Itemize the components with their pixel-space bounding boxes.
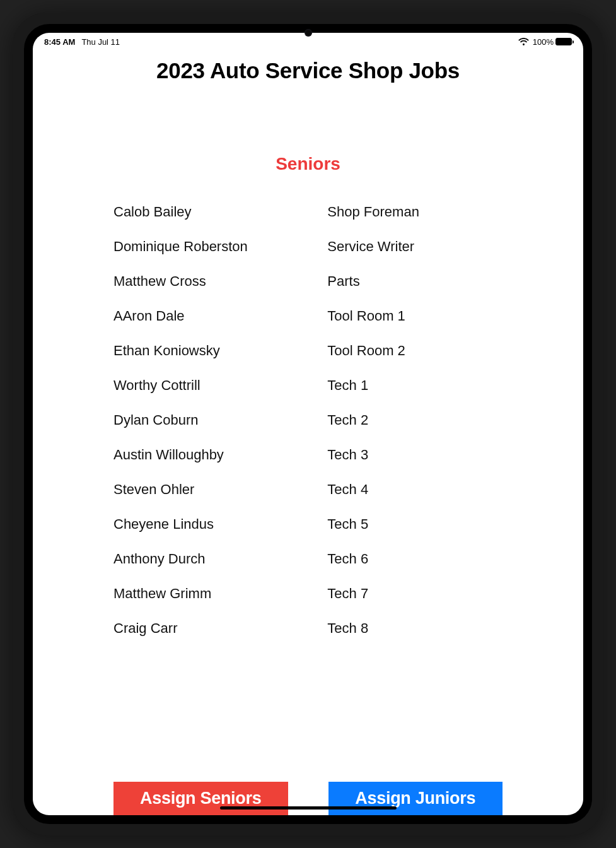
assign-seniors-button[interactable]: Assign Seniors xyxy=(113,782,288,815)
assignment-row: Worthy CottrillTech 1 xyxy=(113,368,503,403)
student-name: Ethan Koniowsky xyxy=(113,343,327,359)
student-name: Dominique Roberston xyxy=(113,238,327,255)
student-name: Steven Ohler xyxy=(113,481,327,498)
assignment-row: Craig CarrTech 8 xyxy=(113,611,503,645)
battery-icon xyxy=(555,38,572,45)
job-title: Tech 8 xyxy=(327,620,503,637)
job-title: Tech 6 xyxy=(327,551,503,567)
student-name: Matthew Cross xyxy=(113,273,327,290)
screen: 8:45 AM Thu Jul 11 100% 2023 Auto Servic… xyxy=(33,33,583,815)
assign-juniors-button[interactable]: Assign Juniors xyxy=(328,782,503,815)
section-title-seniors: Seniors xyxy=(58,154,558,174)
status-date: Thu Jul 11 xyxy=(81,37,120,47)
student-name: Cheyene Lindus xyxy=(113,516,327,533)
job-title: Tool Room 1 xyxy=(327,308,503,324)
job-title: Shop Foreman xyxy=(327,204,503,220)
student-name: Calob Bailey xyxy=(113,204,327,220)
ipad-frame: 8:45 AM Thu Jul 11 100% 2023 Auto Servic… xyxy=(13,13,603,835)
assignment-row: AAron DaleTool Room 1 xyxy=(113,298,503,333)
assignment-row: Calob BaileyShop Foreman xyxy=(113,194,503,229)
job-title: Parts xyxy=(327,273,503,290)
status-time: 8:45 AM xyxy=(44,37,75,47)
student-name: Worthy Cottrill xyxy=(113,377,327,394)
job-title: Tool Room 2 xyxy=(327,343,503,359)
battery-percent: 100% xyxy=(533,37,554,47)
assignment-row: Cheyene LindusTech 5 xyxy=(113,507,503,541)
assignment-row: Steven OhlerTech 4 xyxy=(113,472,503,507)
student-name: Anthony Durch xyxy=(113,551,327,567)
job-title: Tech 3 xyxy=(327,447,503,463)
assignment-row: Anthony DurchTech 6 xyxy=(113,541,503,576)
front-camera xyxy=(305,29,312,37)
job-title: Tech 7 xyxy=(327,586,503,602)
student-name: Craig Carr xyxy=(113,620,327,637)
job-title: Service Writer xyxy=(327,238,503,255)
student-name: Matthew Grimm xyxy=(113,586,327,602)
student-name: Dylan Coburn xyxy=(113,412,327,428)
home-indicator[interactable] xyxy=(220,806,397,810)
student-name: Austin Willoughby xyxy=(113,447,327,463)
assignment-row: Matthew CrossParts xyxy=(113,264,503,298)
job-title: Tech 1 xyxy=(327,377,503,394)
assignment-row: Dylan CoburnTech 2 xyxy=(113,403,503,437)
wifi-icon xyxy=(518,38,529,46)
job-title: Tech 2 xyxy=(327,412,503,428)
job-title: Tech 4 xyxy=(327,481,503,498)
assignment-row: Dominique RoberstonService Writer xyxy=(113,229,503,264)
assignment-row: Ethan KoniowskyTool Room 2 xyxy=(113,333,503,368)
ipad-bezel: 8:45 AM Thu Jul 11 100% 2023 Auto Servic… xyxy=(24,24,592,824)
job-title: Tech 5 xyxy=(327,516,503,533)
student-name: AAron Dale xyxy=(113,308,327,324)
battery-indicator: 100% xyxy=(533,37,572,47)
assignment-row: Austin WilloughbyTech 3 xyxy=(113,437,503,472)
assignment-list: Calob BaileyShop ForemanDominique Robers… xyxy=(58,194,558,775)
assignment-row: Matthew GrimmTech 7 xyxy=(113,576,503,611)
page-title: 2023 Auto Service Shop Jobs xyxy=(58,58,558,83)
